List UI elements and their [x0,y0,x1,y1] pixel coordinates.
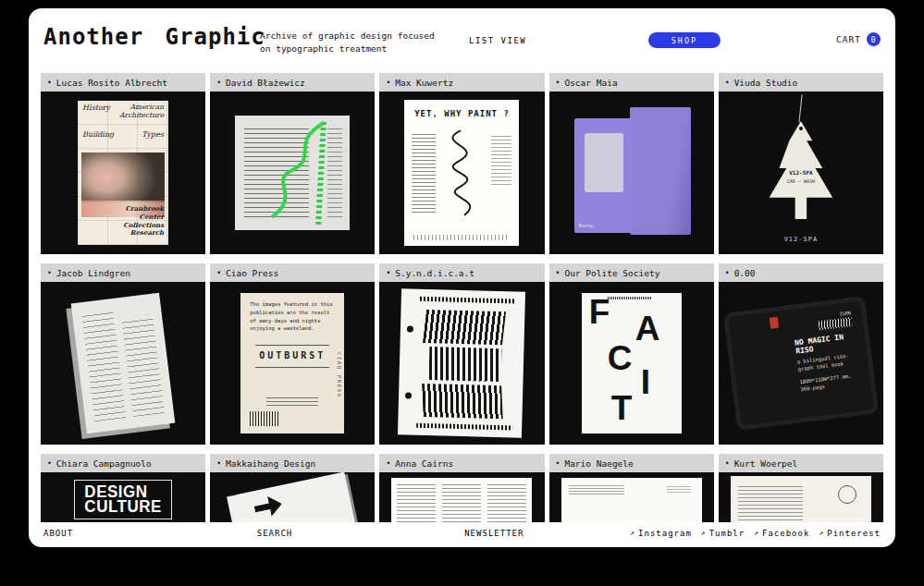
designer-link-mario-naegele[interactable]: • Mario Naegele [549,454,714,472]
about-link[interactable]: ABOUT [43,529,73,538]
designer-link-lucas-rosito-albrecht[interactable]: • Lucas Rosito Albrecht [41,73,205,92]
shop-button[interactable]: SHOP [648,32,721,48]
designer-link-syndicat[interactable]: • S.y.n.d.i.c.a.t [379,263,544,282]
footer: ABOUT SEARCH NEWSLETTER ↗ Instagram ↗ Tu… [43,529,881,541]
tagline-line2: on typographic treatment [260,43,435,55]
artwork-max-kuwertz[interactable]: YET, WHY PAINT ? [379,92,544,254]
tree-shape: V12-SPA CAR — WASH [765,121,837,219]
artwork-ciao-press[interactable]: The images featured in this publication … [210,282,375,445]
social-label: Tumblr [709,529,745,538]
designer-link-max-kuwertz[interactable]: • Max Kuwertz [379,73,544,92]
artwork-our-polite-society[interactable]: F A C I T [549,282,714,445]
artwork-chiara-campagnuolo[interactable]: DESIGN CULTURE [41,472,205,522]
bullet-icon: • [47,459,52,468]
bullet-icon: • [386,79,390,87]
tumblr-link[interactable]: ↗ Tumblr [701,529,745,538]
label-specs: 180H*110W*27T mm, 360-page [799,372,859,394]
striped-letterform [423,384,504,419]
label-subtitle: a bilingual riso-graph tool book [796,352,856,373]
project-card: • S.y.n.d.i.c.a.t [379,263,544,445]
bottom-text: V12-SPA [784,236,819,243]
artwork-0-00[interactable]: ISBN NO MAGIC IN RISO a bilingual riso-g… [719,282,883,445]
bullet-icon: • [725,79,730,87]
barcode [250,411,279,426]
tagline: Archive of graphic design focused on typ… [260,30,435,56]
cover-title-line: CULTURE [84,498,161,515]
magazine-cover-crop: DESIGN CULTURE [74,480,171,519]
tree-text: CAR — WASH [765,178,837,184]
newsletter-link[interactable]: NEWSLETTER [464,529,524,538]
bullet-icon: • [386,459,390,468]
facebook-link[interactable]: ↗ Facebook [754,529,809,538]
striped-letterform [423,310,506,345]
designer-link-ciao-press[interactable]: • Ciao Press [210,263,375,282]
glitch-type-sheet [398,288,525,437]
project-card: • Our Polite Society F A C I T [549,263,714,445]
cart-label: CART [836,34,861,44]
artwork-lucas-rosito-albrecht[interactable]: History American Architecture Building T… [41,92,205,254]
project-card: • Chiara Campagnuolo DESIGN CULTURE [41,454,205,522]
pinterest-link[interactable]: ↗ Pinterest [819,529,881,538]
designer-link-viuda-studio[interactable]: • Viuda Studio [719,73,883,92]
artwork-kurt-woerpel[interactable] [719,472,883,522]
rule-line [255,367,329,368]
book-cover-image [71,293,176,434]
cover-title: OUTBURST [240,350,344,360]
cart-button[interactable]: CART 0 [836,32,881,46]
bullet-icon: • [47,269,52,277]
bullet-icon: • [725,459,730,468]
external-arrow-icon: ↗ [754,529,759,538]
artwork-david-blazewicz[interactable] [210,92,375,254]
artwork-anna-cairns[interactable] [379,472,544,522]
designer-name: Lucas Rosito Albrecht [56,78,167,88]
bullet-icon: • [556,459,561,468]
list-view-link[interactable]: LIST VIEW [469,36,526,45]
squiggle-drawing [430,126,495,222]
big-letter: F [589,295,610,329]
designer-name: S.y.n.d.i.c.a.t [395,268,474,278]
project-card: • Jacob Lindgren [41,263,205,445]
air-freshener-image: V12-SPA CAR — WASH V12-SPA [719,92,883,254]
project-card: • Lucas Rosito Albrecht History American… [41,73,205,254]
tree-text: V12-SPA [765,169,837,176]
designer-name: Oscar Maia [564,78,617,88]
project-card: • Kurt Woerpel [719,454,883,522]
book-cover-image: The images featured in this publication … [240,293,344,433]
book-label: Porto. [579,223,596,228]
designer-link-david-blazewicz[interactable]: • David Błażewicz [210,73,375,92]
artwork-syndicat[interactable] [379,282,544,445]
artwork-jacob-lindgren[interactable] [41,282,205,445]
designer-link-anna-cairns[interactable]: • Anna Cairns [379,454,544,472]
designer-link-our-polite-society[interactable]: • Our Polite Society [549,263,714,282]
woven-fabric: ISBN NO MAGIC IN RISO a bilingual riso-g… [723,296,879,431]
site-logo[interactable]: Another Graphic [43,24,265,50]
project-card: • Mario Naegele [549,454,714,522]
facit-poster: F A C I T [582,293,682,433]
text-column-texture [412,133,436,213]
small-header-texture [608,297,652,299]
bullet-icon: • [556,79,561,87]
project-card: • 0.00 ISBN NO MAGIC IN RISO a bilingual… [719,263,883,445]
designer-link-makkaihang-design[interactable]: • Makkaihang Design [210,454,375,472]
social-label: Instagram [638,529,692,538]
artwork-mario-naegele[interactable] [549,472,714,522]
bullet-icon: • [47,79,52,87]
instagram-link[interactable]: ↗ Instagram [630,529,692,538]
big-letter: T [611,391,633,425]
artwork-makkaihang-design[interactable] [210,472,375,522]
designer-link-0-00[interactable]: • 0.00 [719,263,883,282]
designer-link-chiara-campagnuolo[interactable]: • Chiara Campagnuolo [41,454,205,472]
cd-cover-image [235,116,350,230]
project-card: • Viuda Studio V12-SPA CAR — WASH V12-SP… [719,73,883,254]
designer-link-jacob-lindgren[interactable]: • Jacob Lindgren [41,263,205,282]
big-letter: C [608,341,633,375]
artwork-oscar-maia[interactable]: Porto. [549,92,714,254]
artwork-viuda-studio[interactable]: V12-SPA CAR — WASH V12-SPA [719,92,883,254]
poster-text: History [82,104,110,112]
project-card: • Max Kuwertz YET, WHY PAINT ? [379,73,544,254]
tilted-card-image [210,472,375,522]
search-link[interactable]: SEARCH [257,529,293,538]
big-letter: I [641,365,650,399]
designer-link-oscar-maia[interactable]: • Oscar Maia [549,73,714,92]
designer-link-kurt-woerpel[interactable]: • Kurt Woerpel [719,454,883,472]
